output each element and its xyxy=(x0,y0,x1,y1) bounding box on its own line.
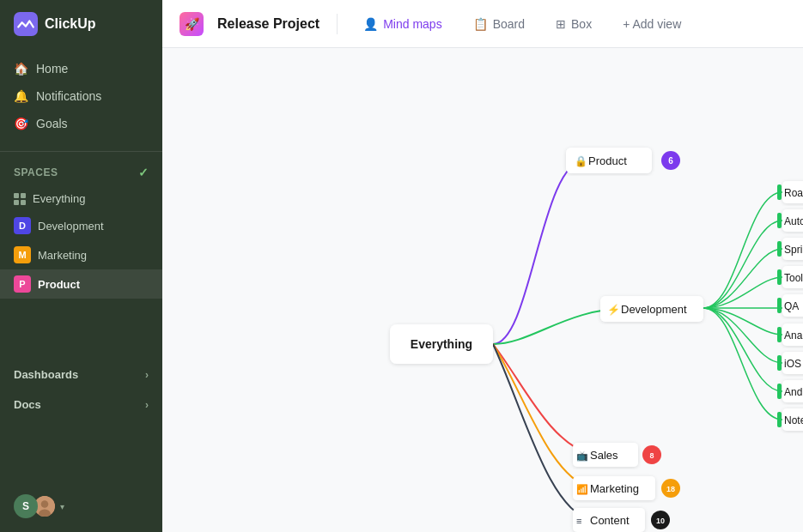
svg-rect-29 xyxy=(777,355,782,371)
spaces-header: Spaces ✓ xyxy=(0,159,162,186)
docs-label: Docs xyxy=(14,398,41,411)
space-product-avatar: P xyxy=(14,275,31,293)
topbar-divider xyxy=(337,14,338,34)
product-label: Product xyxy=(588,154,627,167)
spaces-check: ✓ xyxy=(138,166,149,179)
svg-rect-0 xyxy=(14,12,38,36)
tab-box[interactable]: ⊞ Box xyxy=(547,12,600,36)
logo-text: ClickUp xyxy=(45,16,96,32)
nav-goals-label: Goals xyxy=(36,117,68,130)
space-marketing-avatar: M xyxy=(14,246,31,263)
space-everything[interactable]: Everything xyxy=(0,186,162,211)
tab-mindmaps[interactable]: 👤 Mind maps xyxy=(355,12,450,36)
roadmap-label: Roadmap xyxy=(784,187,803,199)
docs-btn[interactable]: Docs › xyxy=(0,390,162,420)
automation-label: Automation xyxy=(784,215,803,227)
sales-label: Sales xyxy=(590,449,618,462)
clickup-logo-icon xyxy=(14,12,38,36)
space-product[interactable]: P Product xyxy=(0,269,162,299)
sidebar-footer: S ▾ xyxy=(0,481,162,532)
svg-rect-32 xyxy=(777,384,782,399)
space-product-label: Product xyxy=(38,278,80,291)
svg-rect-35 xyxy=(777,412,782,427)
user-chevron-icon: ▾ xyxy=(60,502,64,511)
svg-rect-23 xyxy=(777,298,782,313)
space-everything-label: Everything xyxy=(33,192,85,205)
notifications-icon: 🔔 xyxy=(14,89,27,103)
android-label: Android xyxy=(784,386,803,398)
development-label: Development xyxy=(621,303,687,316)
user-initial-badge: S xyxy=(14,494,38,518)
spaces-label: Spaces xyxy=(14,166,58,178)
sprints-label: Sprints xyxy=(784,244,803,256)
mindmaps-tab-icon: 👤 xyxy=(363,17,378,31)
analytics-label: Analytics xyxy=(784,329,803,342)
box-tab-icon: ⊞ xyxy=(556,17,566,31)
ios-label: iOS xyxy=(784,358,801,370)
svg-rect-14 xyxy=(777,213,782,228)
logo-area: ClickUp xyxy=(0,0,162,48)
content-badge: 10 xyxy=(656,517,665,525)
content-label: Content xyxy=(590,514,630,527)
space-development-avatar: D xyxy=(14,217,31,234)
sidebar-divider xyxy=(0,151,162,152)
mindmap-svg: Everything 🔒 Product 6 ⚡ Development Roa… xyxy=(162,48,803,532)
svg-point-3 xyxy=(39,509,51,517)
nav-home[interactable]: 🏠 Home xyxy=(0,55,162,82)
root-label: Everything xyxy=(411,337,472,351)
marketing-label: Marketing xyxy=(590,482,639,495)
nav-notifications-label: Notifications xyxy=(36,89,101,103)
marketing-badge: 18 xyxy=(666,485,675,493)
space-marketing-label: Marketing xyxy=(38,249,87,262)
user-initial: S xyxy=(22,500,29,512)
topbar: 🚀 Release Project 👤 Mind maps 📋 Board ⊞ … xyxy=(162,0,803,48)
svg-text:≡: ≡ xyxy=(576,516,581,526)
dashboards-label: Dashboards xyxy=(14,368,78,381)
project-icon: 🚀 xyxy=(179,12,204,36)
goals-icon: 🎯 xyxy=(14,117,27,130)
add-view-btn[interactable]: + Add view xyxy=(614,12,690,36)
grid-icon xyxy=(14,193,26,205)
spaces-list: Everything D Development M Marketing P P… xyxy=(0,186,162,299)
tab-box-label: Box xyxy=(571,17,592,31)
dashboards-chevron-icon: › xyxy=(145,369,149,381)
add-view-label: + Add view xyxy=(623,17,681,31)
space-development-label: Development xyxy=(38,220,104,233)
user-area[interactable]: S ▾ xyxy=(14,494,64,518)
product-badge: 6 xyxy=(668,156,673,166)
sales-badge: 8 xyxy=(649,451,654,460)
project-title: Release Project xyxy=(217,16,319,32)
tab-board-label: Board xyxy=(493,17,525,31)
svg-rect-26 xyxy=(777,327,782,342)
sidebar: ClickUp 🏠 Home 🔔 Notifications 🎯 Goals S… xyxy=(0,0,162,532)
space-marketing[interactable]: M Marketing xyxy=(0,240,162,269)
svg-rect-20 xyxy=(777,269,782,285)
notes-label: Notes xyxy=(784,414,803,426)
svg-point-2 xyxy=(41,500,49,508)
qa-label: QA xyxy=(784,300,799,312)
svg-rect-11 xyxy=(777,184,782,200)
space-development[interactable]: D Development xyxy=(0,211,162,240)
nav-notifications[interactable]: 🔔 Notifications xyxy=(0,82,162,110)
nav-home-label: Home xyxy=(36,62,68,76)
svg-text:📶: 📶 xyxy=(576,483,588,495)
main-content: 🚀 Release Project 👤 Mind maps 📋 Board ⊞ … xyxy=(162,0,803,532)
tab-board[interactable]: 📋 Board xyxy=(465,12,533,36)
dashboards-btn[interactable]: Dashboards › xyxy=(0,360,162,390)
svg-text:📺: 📺 xyxy=(576,450,588,462)
board-tab-icon: 📋 xyxy=(473,17,488,31)
nav-section: 🏠 Home 🔔 Notifications 🎯 Goals xyxy=(0,48,162,144)
svg-text:🔒: 🔒 xyxy=(575,154,587,167)
mindmap-area: Everything 🔒 Product 6 ⚡ Development Roa… xyxy=(162,48,803,532)
svg-rect-17 xyxy=(777,241,782,257)
tooling-label: Tooling xyxy=(784,272,803,284)
docs-chevron-icon: › xyxy=(145,399,149,411)
home-icon: 🏠 xyxy=(14,62,27,76)
nav-goals[interactable]: 🎯 Goals xyxy=(0,110,162,137)
tab-mindmaps-label: Mind maps xyxy=(383,17,441,31)
sidebar-bottom: Dashboards › Docs › xyxy=(0,353,162,426)
svg-text:⚡: ⚡ xyxy=(607,303,620,316)
